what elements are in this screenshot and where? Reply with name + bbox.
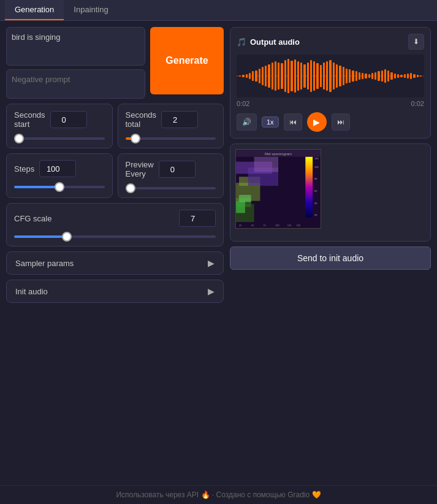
spectrogram-container: Mel spectrogram — [230, 143, 431, 242]
main-content: bird is singing Generate Seconds start — [0, 21, 437, 485]
generate-button[interactable]: Generate — [150, 27, 224, 94]
spectrogram-image: Mel spectrogram — [235, 149, 321, 229]
tab-inpainting[interactable]: Inpainting — [64, 0, 118, 20]
tab-generation[interactable]: Generation — [5, 0, 64, 20]
sampler-params-label: Sampler params — [15, 259, 74, 268]
waveform-bar — [333, 63, 335, 90]
waveform-bar — [300, 63, 302, 89]
seconds-start-box: Seconds start — [6, 104, 113, 148]
steps-box: Steps — [6, 153, 113, 198]
waveform-bar — [352, 71, 354, 81]
right-panel: 🎵 Output audio ⬇ 0:02 — [230, 27, 431, 479]
waveform-bar — [407, 74, 409, 79]
waveform-container — [237, 55, 424, 97]
waveform-bar — [262, 67, 264, 85]
waveform-bar — [336, 64, 338, 88]
waveform-bar — [242, 75, 244, 77]
waveform-bar — [272, 63, 273, 89]
steps-slider[interactable] — [14, 186, 105, 188]
seconds-start-row: Seconds start — [14, 110, 105, 129]
footer: Использовать через API 🔥 · Создано с пом… — [0, 485, 437, 504]
waveform-bar — [275, 61, 276, 90]
preview-every-input[interactable] — [159, 161, 196, 178]
forward-button[interactable]: ⏭ — [332, 113, 350, 131]
steps-row: Steps — [14, 160, 105, 177]
params-grid-2: Steps Preview Every — [6, 153, 224, 198]
preview-every-slider[interactable] — [126, 187, 216, 189]
sampler-params-section[interactable]: Sampler params ▶ — [6, 251, 224, 275]
svg-text:125: 125 — [287, 224, 292, 227]
app-container: Generation Inpainting bird is singing Ge… — [0, 0, 437, 504]
play-button[interactable]: ▶ — [307, 112, 327, 132]
waveform-bar — [339, 66, 341, 86]
waveform-bar — [400, 75, 402, 77]
svg-text:120: 120 — [314, 157, 319, 160]
rewind-button[interactable]: ⏮ — [284, 113, 302, 131]
main-prompt-input[interactable]: bird is singing — [6, 27, 145, 66]
prompt-inputs: bird is singing — [6, 27, 145, 99]
svg-rect-13 — [239, 195, 251, 202]
play-icon: ▶ — [313, 117, 320, 127]
waveform-bar — [329, 60, 331, 92]
cfg-scale-label: CFG scale — [14, 214, 51, 223]
steps-input[interactable] — [39, 160, 76, 177]
cfg-scale-input[interactable] — [179, 210, 216, 227]
output-audio-panel: 🎵 Output audio ⬇ 0:02 — [230, 27, 431, 139]
params-grid-1: Seconds start Seconds total — [6, 104, 224, 148]
preview-every-box: Preview Every — [118, 153, 224, 198]
time-row: 0:02 0:02 — [237, 100, 424, 107]
svg-text:100: 100 — [275, 224, 279, 227]
api-text: Использовать через API — [116, 491, 199, 499]
waveform-bar — [259, 69, 260, 83]
waveform-bar — [287, 59, 289, 93]
waveform-bar — [410, 73, 412, 79]
waveform-bar — [326, 61, 328, 90]
fire-icon: 🔥 — [201, 491, 212, 499]
tab-bar: Generation Inpainting — [0, 0, 437, 21]
footer-separator: · — [212, 491, 214, 499]
speed-badge[interactable]: 1x — [262, 116, 279, 128]
waveform-bar — [349, 69, 351, 83]
output-audio-title: 🎵 Output audio — [237, 37, 300, 47]
seconds-total-row: Seconds total — [126, 110, 216, 129]
svg-rect-14 — [305, 157, 313, 217]
waveform-bar — [365, 74, 367, 79]
waveform-bar — [255, 71, 257, 82]
waveform-bar — [397, 74, 399, 78]
download-button[interactable]: ⬇ — [408, 34, 424, 50]
waveform-bar — [384, 69, 386, 83]
output-audio-header: 🎵 Output audio ⬇ — [237, 34, 424, 50]
gradio-text: Создано с помощью Gradio — [216, 491, 310, 499]
seconds-total-label: Seconds total — [126, 110, 157, 129]
rewind-icon: ⏮ — [289, 118, 297, 126]
send-to-init-audio-button[interactable]: Send to init audio — [230, 246, 431, 270]
right-scroll-area[interactable]: 🎵 Output audio ⬇ 0:02 — [230, 27, 431, 242]
music-note-icon: 🎵 — [237, 37, 246, 47]
seconds-start-slider[interactable] — [14, 137, 105, 140]
waveform-bar — [362, 73, 363, 79]
init-audio-label: Init audio — [15, 287, 48, 296]
waveform-bar — [268, 64, 270, 88]
init-audio-arrow-icon: ▶ — [208, 286, 215, 296]
seconds-total-input[interactable] — [161, 111, 198, 128]
left-panel: bird is singing Generate Seconds start — [6, 27, 224, 479]
waveform-bar — [320, 65, 322, 87]
waveform-bar — [371, 73, 373, 79]
time-start: 0:02 — [237, 100, 249, 107]
waveform-bar — [265, 66, 267, 86]
waveform-bar — [387, 71, 389, 81]
svg-text:Mel spectrogram: Mel spectrogram — [265, 152, 292, 156]
waveform-bar — [294, 59, 296, 92]
volume-button[interactable]: 🔊 — [237, 113, 257, 131]
waveform-bar — [307, 63, 309, 90]
seconds-start-input[interactable] — [50, 111, 87, 128]
seconds-total-slider[interactable] — [126, 137, 216, 140]
negative-prompt-input[interactable] — [6, 69, 145, 99]
preview-every-row: Preview Every — [126, 160, 216, 178]
waveform-bar — [313, 61, 315, 90]
cfg-scale-slider[interactable] — [14, 235, 216, 238]
waveform-bar — [310, 60, 312, 92]
init-audio-section[interactable]: Init audio ▶ — [6, 280, 224, 303]
waveform-bar — [378, 71, 379, 81]
waveform-bar — [297, 61, 299, 90]
